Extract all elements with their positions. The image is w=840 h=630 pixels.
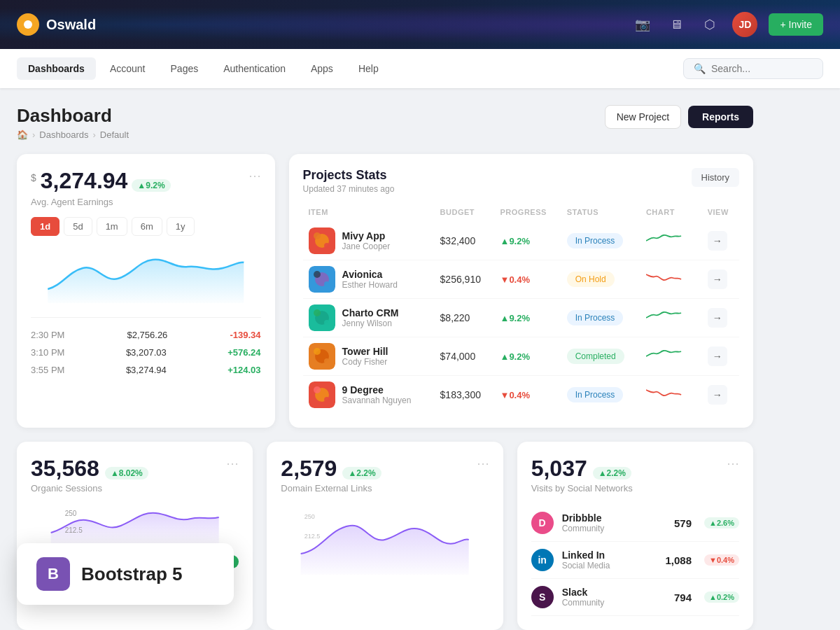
logo-icon [17,13,39,36]
proj-owner: Cody Fisher [342,357,388,367]
nav-dashboards[interactable]: Dashboards [17,57,96,80]
breadcrumb-dashboards[interactable]: Dashboards [39,130,88,140]
proj-progress: ▼0.4% [500,274,531,285]
share-icon[interactable]: ⬡ [699,13,721,36]
top-bar-right: 📷 🖥 ⬡ JD + Invite [631,12,823,37]
nav-apps[interactable]: Apps [300,57,344,80]
top-cards-row: $ 3,274.94 ▲9.2% ⋯ Avg. Agent Earnings 1… [17,154,753,428]
logo-area: Oswald [17,13,96,36]
domain-badge: ▲2.2% [342,467,381,479]
proj-view-cell[interactable]: → [702,299,739,337]
col-chart: CHART [640,205,702,222]
bootstrap-icon-text: B [48,565,59,583]
proj-item-cell: 9 Degree Savannah Nguyen [303,376,435,414]
nav-authentication[interactable]: Authentication [212,57,297,80]
breadcrumb-default: Default [100,130,129,140]
social-number: 5,037 [531,456,587,482]
col-status: STATUS [561,205,640,222]
search-input[interactable] [711,63,813,74]
filter-1m[interactable]: 1m [97,217,127,236]
earnings-card: $ 3,274.94 ▲9.2% ⋯ Avg. Agent Earnings 1… [17,154,275,428]
view-button[interactable]: → [708,270,727,289]
filter-6m[interactable]: 6m [132,217,162,236]
reports-button[interactable]: Reports [688,106,753,128]
proj-name: 9 Degree [342,384,412,396]
proj-thumb [309,266,335,293]
proj-view-cell[interactable]: → [702,222,739,260]
view-button[interactable]: → [708,308,727,328]
stat-time-3: 3:55 PM [31,365,64,375]
nav-help[interactable]: Help [347,57,390,80]
filter-1d[interactable]: 1d [31,217,59,236]
domain-menu[interactable]: ⋯ [477,456,489,471]
history-button[interactable]: History [692,168,739,187]
invite-button[interactable]: + Invite [769,13,823,36]
avatar[interactable]: JD [732,12,757,37]
proj-view-cell[interactable]: → [702,337,739,376]
proj-owner: Jenny Wilson [342,318,399,328]
domain-number: 2,579 [281,456,337,482]
domain-card: ⋯ 2,579 ▲2.2% Domain External Links 25 [267,442,503,630]
social-type: Social Media [562,561,610,570]
status-badge: In Process [567,233,624,248]
earnings-menu[interactable]: ⋯ [248,168,261,183]
stat-change-2: +576.24 [227,347,260,358]
view-button[interactable]: → [708,231,727,251]
social-name: Linked In [562,550,610,561]
social-icon: S [531,586,554,608]
proj-progress-cell: ▲9.2% [495,337,561,376]
proj-item-cell: Charto CRM Jenny Wilson [303,299,435,337]
breadcrumb-home: 🏠 [17,130,28,140]
filter-5d[interactable]: 5d [64,217,92,236]
monitor-icon[interactable]: 🖥 [665,13,687,36]
table-row: Mivy App Jane Cooper $32,400 ▲9.2% In Pr… [303,222,739,260]
camera-icon[interactable]: 📷 [631,13,654,36]
projects-updated: Updated 37 minutes ago [303,184,395,194]
svg-text:212.5: 212.5 [304,533,321,540]
social-menu[interactable]: ⋯ [727,456,739,471]
nav-pages[interactable]: Pages [160,57,210,80]
table-row: Charto CRM Jenny Wilson $8,220 ▲9.2% In … [303,299,739,337]
social-value: 1,088 [665,554,692,566]
view-button[interactable]: → [708,346,727,366]
proj-progress: ▲9.2% [500,236,531,246]
social-item: D Dribbble Community 579 ▲2.6% [531,505,739,542]
proj-item-cell: Tower Hill Cody Fisher [303,337,435,376]
svg-point-2 [314,232,321,239]
new-project-button[interactable]: New Project [605,105,681,129]
proj-chart-cell [640,299,702,337]
currency-symbol: $ [31,172,36,183]
filter-1y[interactable]: 1y [167,217,195,236]
proj-owner: Jane Cooper [342,241,391,251]
amount-row: $ 3,274.94 ▲9.2% [31,168,171,194]
col-view: VIEW [702,205,739,222]
col-budget: BUDGET [435,205,495,222]
social-icon: in [531,549,554,571]
social-value: 579 [674,517,692,529]
svg-point-6 [314,271,321,278]
nav-account[interactable]: Account [99,57,157,80]
status-badge: Completed [567,349,624,364]
proj-name: Tower Hill [342,346,388,357]
col-progress: PROGRESS [495,205,561,222]
proj-owner: Esther Howard [342,280,398,290]
svg-point-14 [314,348,321,355]
svg-point-10 [314,309,321,316]
social-list: D Dribbble Community 579 ▲2.6% in Linked… [531,505,739,616]
proj-progress: ▲9.2% [500,313,531,323]
view-button[interactable]: → [708,385,727,405]
social-change: ▲0.2% [704,592,739,603]
organic-menu[interactable]: ⋯ [226,456,239,471]
proj-status-cell: In Process [561,376,640,414]
social-type: Community [562,598,605,608]
main-nav: Dashboards Account Pages Authentication … [0,49,840,88]
top-bar: Oswald 📷 🖥 ⬡ JD + Invite [0,0,840,49]
status-badge: On Hold [567,272,615,287]
status-badge: In Process [567,310,624,326]
proj-view-cell[interactable]: → [702,376,739,414]
col-item: ITEM [303,205,435,222]
proj-name: Avionica [342,269,398,280]
proj-view-cell[interactable]: → [702,260,739,299]
earnings-chart [31,247,261,306]
social-value: 794 [674,592,692,603]
